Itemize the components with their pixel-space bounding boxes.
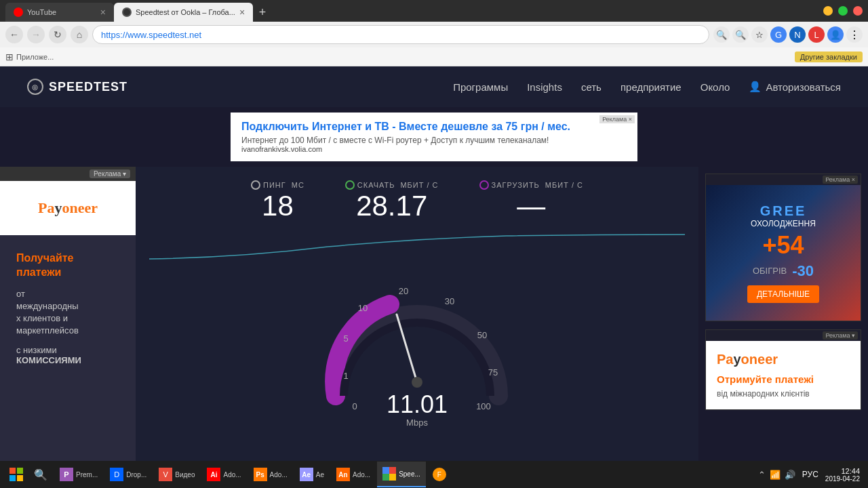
gree-button[interactable]: ДЕТАЛЬНІШЕ [747,285,819,303]
refresh-button[interactable]: ↻ [49,26,66,43]
nav-enterprise[interactable]: предприятие [620,81,682,93]
page-content: ◎ SPEEDTEST Программы Insights сеть пред… [0,66,868,488]
apps-grid-icon: ⊞ [5,52,14,62]
toolbar-icons: 🔍 🔍 ☆ G N L 👤 ⋮ [713,26,863,43]
home-button[interactable]: ⌂ [71,26,88,43]
chrome-icon [382,467,396,481]
taskbar-search-button[interactable]: 🔍 [30,464,52,485]
maximize-button[interactable] [838,6,848,16]
tab-speedtest-close[interactable]: × [239,7,245,18]
taskbar-dropbox[interactable]: D Drop... [104,462,152,487]
svg-rect-15 [9,475,16,481]
search-icon[interactable]: 🔍 [732,26,749,43]
forward-button[interactable]: → [27,26,45,43]
svg-text:1: 1 [343,371,348,381]
tab-youtube-close[interactable]: × [100,7,106,18]
address-text: https://www.speedtest.net [101,30,201,40]
payoneer-logo-area: Payoneer [0,181,136,235]
screen-search-icon[interactable]: 🔍 [713,26,730,43]
ad-label[interactable]: Реклама × [599,115,635,123]
payoneer-right-header: Реклама ▾ [706,330,861,341]
ad-url: ivanofrankivsk.volia.com [241,145,627,153]
tab-youtube[interactable]: YouTube × [5,3,114,22]
taskbar-chrome-label: Spee... [399,470,420,478]
taskbar-adobe2-label: Ado... [270,471,288,479]
speedtest-favicon [122,7,132,17]
taskbar-ae[interactable]: Ae Ae [294,462,330,487]
gree-temp: +54 [762,231,804,260]
tab-youtube-title: YouTube [27,8,96,16]
nav-network[interactable]: сеть [581,81,601,93]
payoneer-right-subtext: від міжнародних клієнтів [717,389,850,399]
speedometer-area: 0 1 5 10 20 30 50 75 100 11.01 Mbps [149,267,685,443]
start-button[interactable] [3,461,30,488]
main-area: Реклама ▾ Payoneer Получайте платежи от … [0,167,868,488]
adobe1-icon: Ai [207,468,220,481]
taskbar-adobe1[interactable]: Ai Ado... [201,462,246,487]
ad-banner-wrapper: Реклама × Подключить Интернет и ТВ - Вме… [0,107,868,167]
payoneer-right-logo: Payoneer [717,352,850,367]
svg-rect-14 [17,468,23,474]
left-ad-badge[interactable]: Реклама ▾ [90,169,130,178]
payoneer-right-ad: Payoneer Отримуйте платежі від міжнародн… [706,341,861,409]
address-bar[interactable]: https://www.speedtest.net [92,25,709,44]
toolbar: ← → ↻ ⌂ https://www.speedtest.net 🔍 🔍 ☆ … [0,22,868,47]
svg-text:10: 10 [358,303,368,313]
tab-speedtest[interactable]: Speedtest от Ookla – Глоба... × [114,3,253,22]
payoneer-right-text: Отримуйте платежі [717,373,850,386]
left-ad-headline: Получайте платежи [8,243,127,288]
profile-icon[interactable]: G [770,26,787,43]
star-icon[interactable]: ☆ [751,26,768,43]
nav-login[interactable]: 👤 Авторизоваться [749,81,841,93]
network-icon: 📶 [770,470,781,480]
taskbar-clock: 12:44 2019-04-22 [825,467,860,483]
gree-temp2: -30 [792,262,814,280]
tab-speedtest-title: Speedtest от Ookla – Глоба... [136,8,235,16]
taskbar-chrome[interactable]: Spee... [377,462,426,487]
taskbar-ae-label: Ae [316,471,324,479]
nav-programs[interactable]: Программы [453,81,508,93]
svg-text:11.01: 11.01 [387,390,448,418]
bookmarks-other-button[interactable]: Другие закладки [795,52,863,62]
premiere-icon: P [60,468,73,481]
payoneer-logo-left: Payoneer [38,199,98,217]
left-ad-subtext2: с низкими КОМИССИЯМИ [8,337,127,365]
upload-value: — [479,190,583,222]
taskbar-firefox[interactable]: F [427,462,452,487]
taskbar-premiere[interactable]: P Prem... [54,462,103,487]
account-icon[interactable]: 👤 [827,26,844,43]
bookmarks-bar: ⊞ Приложе... Другие закладки [0,47,868,66]
gree-label: ОБІГРІВ [753,266,787,276]
left-ad-header: Реклама ▾ [0,167,136,181]
logo-text: SPEEDTEST [49,80,127,94]
language-indicator[interactable]: РУС [800,468,821,481]
svg-text:50: 50 [477,330,487,340]
new-tab-button[interactable]: + [253,3,272,22]
payoneer-right-badge[interactable]: Реклама ▾ [823,331,858,340]
nav-insights[interactable]: Insights [527,81,562,93]
back-button[interactable]: ← [5,26,23,43]
svg-text:100: 100 [476,401,491,411]
taskbar-adobe1-label: Ado... [223,471,241,479]
taskbar-adobe2[interactable]: Ps Ado... [248,462,293,487]
user-icon: 👤 [749,81,762,93]
taskbar-adobe3[interactable]: An Ado... [331,462,376,487]
close-button[interactable] [853,6,863,16]
svg-text:5: 5 [343,333,348,344]
bookmarks-apps-label: Приложе... [16,53,54,61]
extension2-icon[interactable]: L [808,26,825,43]
graph-area [149,233,685,260]
nav-about[interactable]: Около [701,81,730,93]
minimize-button[interactable] [823,6,833,16]
svg-rect-16 [17,475,23,481]
menu-icon[interactable]: ⋮ [846,26,863,43]
gree-category: ОХОЛОДЖЕННЯ [751,219,816,228]
bookmarks-apps[interactable]: ⊞ Приложе... [5,52,54,62]
speedtest-header: ◎ SPEEDTEST Программы Insights сеть пред… [0,66,868,107]
extension1-icon[interactable]: N [789,26,806,43]
taskbar-video[interactable]: V Видео [153,462,200,487]
ping-value: 18 [251,190,304,222]
gree-ad-badge[interactable]: Реклама × [823,176,858,184]
adobe3-icon: An [336,468,350,481]
ad-title[interactable]: Подключить Интернет и ТВ - Вместе дешевл… [241,121,627,133]
